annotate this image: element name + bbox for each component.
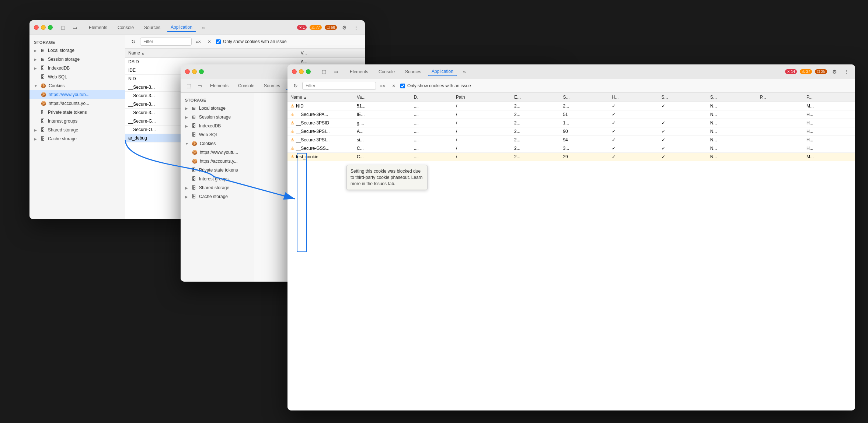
sidebar-cookies[interactable]: ▼ 🍪 Cookies: [181, 139, 254, 148]
tab-application-main[interactable]: Application: [428, 67, 457, 76]
inspect-icon[interactable]: ⬚: [320, 67, 328, 76]
more-icon[interactable]: ⋮: [352, 23, 360, 32]
tab-sources[interactable]: Sources: [140, 24, 164, 32]
expand-arrow: ▶: [34, 137, 37, 141]
tab-console-main[interactable]: Console: [375, 68, 398, 76]
sidebar-cookie-youtube[interactable]: 🍪 https://www.youtu...: [181, 148, 254, 157]
maximize-button[interactable]: [48, 25, 53, 30]
device-icon[interactable]: ▭: [331, 67, 340, 76]
sidebar-websql[interactable]: ▶ 🗄 Web SQL: [29, 73, 125, 81]
sidebar-label: Session storage: [48, 57, 80, 62]
minimize-button[interactable]: [41, 25, 46, 30]
clear-filter-icon[interactable]: ≡✕: [194, 37, 203, 46]
storage-section-title: Storage: [29, 38, 125, 46]
table-icon: ⊞: [40, 47, 46, 53]
col-secure-main[interactable]: S...: [659, 93, 707, 102]
sidebar-label: Cookies: [49, 83, 65, 88]
tab-sources[interactable]: Sources: [260, 82, 284, 90]
sidebar-shared-storage[interactable]: ▶ 🗄 Shared storage: [29, 126, 125, 134]
col-samesite-main[interactable]: S...: [707, 93, 757, 102]
db-icon: 🗄: [191, 123, 197, 129]
col-path-main[interactable]: Path: [453, 93, 511, 102]
col-name-main[interactable]: Name ▲: [287, 93, 354, 102]
sidebar-private-state[interactable]: ▶ 🗄 Private state tokens: [181, 166, 254, 175]
issues-checkbox[interactable]: [216, 39, 221, 44]
gear-icon-main[interactable]: ⚙: [830, 67, 839, 76]
sidebar-session-storage[interactable]: ▶ ⊞ Session storage: [181, 113, 254, 121]
clear-filter-icon-main[interactable]: ≡✕: [378, 81, 387, 90]
table-row-selected[interactable]: ⚠test_cookie C......./2...29✓✓N...M...: [287, 153, 855, 161]
gear-icon[interactable]: ⚙: [340, 23, 349, 32]
close-filter-icon-main[interactable]: ×: [389, 81, 398, 90]
col-name[interactable]: Name ▲: [125, 49, 298, 58]
close-button[interactable]: [185, 69, 190, 74]
table-row[interactable]: ⚠__Secure-3PSID g......../2...1...✓✓N...…: [287, 119, 855, 127]
close-button[interactable]: [34, 25, 39, 30]
expand-arrow: ▼: [34, 84, 38, 88]
table-row[interactable]: ⚠NID 51......./2...2...✓✓N...M...: [287, 102, 855, 110]
tab-console[interactable]: Console: [234, 82, 258, 90]
sidebar-private-state[interactable]: ▶ 🗄 Private state tokens: [29, 108, 125, 117]
minimize-button[interactable]: [299, 69, 304, 74]
sidebar-interest-groups[interactable]: ▶ 🗄 Interest groups: [29, 117, 125, 126]
sidebar-cache-storage[interactable]: ▶ 🗄 Cache storage: [181, 192, 254, 201]
tab-application[interactable]: Application: [167, 23, 196, 32]
col-domain-main[interactable]: D.: [411, 93, 453, 102]
col-priority-main[interactable]: P...: [803, 93, 855, 102]
col-httponly-main[interactable]: H...: [609, 93, 659, 102]
more-tabs-icon[interactable]: »: [199, 23, 208, 32]
sidebar-interest-groups[interactable]: ▶ 🗄 Interest groups: [181, 175, 254, 183]
filter-input[interactable]: [140, 38, 192, 46]
col-size-main[interactable]: S...: [560, 93, 609, 102]
db-icon: 🗄: [40, 127, 46, 133]
storage-title-front: Storage: [181, 96, 254, 104]
table-icon: ⊞: [191, 114, 197, 120]
db-icon: 🗄: [191, 185, 197, 191]
inspect-icon[interactable]: ⬚: [184, 81, 193, 90]
sidebar-cookie-youtube[interactable]: 🍪 https://www.youtub...: [29, 90, 125, 99]
sidebar-cookies[interactable]: ▼ 🍪 Cookies: [29, 81, 125, 90]
minimize-button[interactable]: [192, 69, 197, 74]
sidebar-session-storage[interactable]: ▶ ⊞ Session storage: [29, 55, 125, 64]
more-tabs-icon[interactable]: »: [460, 67, 469, 76]
tab-elements[interactable]: Elements: [85, 24, 111, 32]
sidebar-websql[interactable]: ▶ 🗄 Web SQL: [181, 130, 254, 139]
tab-elements-main[interactable]: Elements: [346, 68, 372, 76]
reload-icon-main[interactable]: ↻: [291, 81, 300, 90]
close-icon[interactable]: ×: [205, 37, 214, 46]
table-row[interactable]: ⚠__Secure-GSS... C......./2...3...✓✓N...…: [287, 144, 855, 153]
tab-elements[interactable]: Elements: [206, 82, 232, 90]
close-button[interactable]: [292, 69, 297, 74]
table-row[interactable]: ⚠__Secure-3PA... IE......./2...51✓N...H.…: [287, 110, 855, 119]
sidebar-indexeddb[interactable]: ▶ 🗄 IndexedDB: [29, 64, 125, 73]
devtools-inspect-icon[interactable]: ⬚: [59, 23, 67, 32]
cookie-icon: 🍪: [41, 92, 46, 98]
tab-console[interactable]: Console: [114, 24, 137, 32]
table-row[interactable]: ⚠__Secure-3PSI... A......./2...90✓✓N...H…: [287, 127, 855, 136]
issues-checkbox-main[interactable]: [400, 84, 405, 88]
sidebar-indexeddb[interactable]: ▶ 🗄 IndexedDB: [181, 121, 254, 130]
expand-arrow: ▶: [34, 128, 37, 132]
col-value-main[interactable]: Va...: [354, 93, 411, 102]
maximize-button[interactable]: [199, 69, 204, 74]
devtools-device-icon[interactable]: ▭: [70, 23, 79, 32]
reload-icon[interactable]: ↻: [129, 37, 138, 46]
col-expires-main[interactable]: E...: [511, 93, 560, 102]
sidebar-local-storage[interactable]: ▶ ⊞ Local storage: [181, 104, 254, 113]
device-icon[interactable]: ▭: [195, 81, 204, 90]
more-icon-main[interactable]: ⋮: [842, 67, 851, 76]
sidebar-cache-storage[interactable]: ▶ 🗄 Cache storage: [29, 134, 125, 143]
db-icon: 🗄: [40, 65, 46, 71]
sidebar-cookie-accounts[interactable]: 🍪 https://accounts.y...: [181, 157, 254, 166]
filter-input-main[interactable]: [302, 82, 376, 90]
col-value[interactable]: V...: [298, 49, 365, 58]
sidebar-local-storage[interactable]: ▶ ⊞ Local storage: [29, 46, 125, 55]
filter-bar-back: ↻ ≡✕ × Only show cookies with an issue: [125, 35, 365, 49]
sidebar-shared-storage[interactable]: ▶ 🗄 Shared storage: [181, 183, 254, 192]
maximize-button[interactable]: [306, 69, 311, 74]
db-icon: 🗄: [191, 132, 197, 138]
sidebar-cookie-accounts[interactable]: 🍪 https://accounts.yo...: [29, 99, 125, 108]
tab-sources-main[interactable]: Sources: [401, 68, 425, 76]
table-row[interactable]: ⚠__Secure-3PSI... si......./2...94✓✓N...…: [287, 136, 855, 144]
col-partition-main[interactable]: P...: [757, 93, 803, 102]
